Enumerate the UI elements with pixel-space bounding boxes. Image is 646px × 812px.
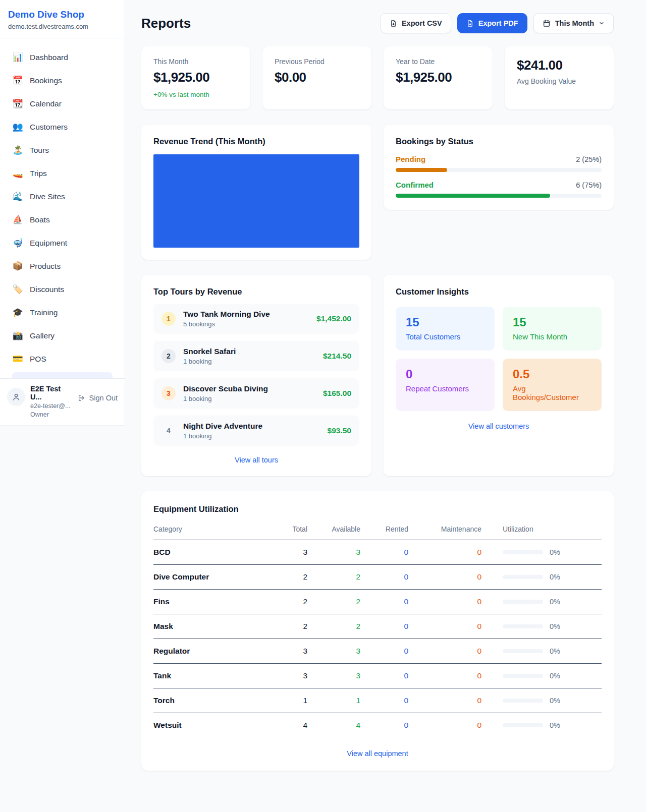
table-row: Regulator33 00 0% (153, 639, 602, 664)
tour-row: 2 Snorkel Safari 1 booking $214.50 (153, 341, 359, 371)
sidebar-item-dive-sites[interactable]: 🌊 Dive Sites (7, 187, 118, 206)
sailboat-icon: ⛵ (12, 214, 23, 225)
sidebar-item-trips[interactable]: 🚤 Trips (7, 163, 118, 183)
view-all-customers-link[interactable]: View all customers (396, 422, 602, 430)
sidebar-item-boats[interactable]: ⛵ Boats (7, 210, 118, 229)
confirmed-label: Confirmed (396, 181, 434, 189)
main-content: Reports Export CSV Export PDF This Month (125, 0, 646, 771)
sidebar-item-pos[interactable]: 💳 POS (7, 349, 118, 369)
rank-badge: 4 (162, 424, 176, 438)
utilization-bar (503, 624, 543, 628)
sidebar-item-dashboard[interactable]: 📊 Dashboard (7, 47, 118, 67)
sidebar-item-reports-active-partial[interactable] (12, 372, 113, 378)
pending-progress-fill (396, 168, 447, 172)
status-row-confirmed: Confirmed 6 (75%) (396, 181, 602, 198)
revenue-trend-chart (153, 154, 359, 248)
period-dropdown[interactable]: This Month (533, 13, 614, 33)
tour-row: 1 Two Tank Morning Dive 5 bookings $1,45… (153, 304, 359, 334)
tag-icon: 🏷️ (12, 284, 23, 295)
credit-card-icon: 💳 (12, 354, 23, 364)
equipment-utilization-title: Equipment Utilization (153, 504, 602, 514)
file-download-icon (466, 20, 474, 27)
export-pdf-button[interactable]: Export PDF (457, 13, 527, 33)
sidebar-item-products[interactable]: 📦 Products (7, 256, 118, 276)
tour-row: 3 Discover Scuba Diving 1 booking $165.0… (153, 378, 359, 409)
calendar-icon (543, 19, 551, 27)
wave-icon: 🌊 (12, 191, 23, 202)
table-row: Wetsuit44 00 0% (153, 713, 602, 738)
new-this-month-tile: 15 New This Month (503, 307, 602, 351)
table-row: Dive Computer22 00 0% (153, 565, 602, 590)
user-role: Owner (30, 411, 73, 418)
sidebar-item-discounts[interactable]: 🏷️ Discounts (7, 279, 118, 299)
tour-row: 4 Night Dive Adventure 1 booking $93.50 (153, 416, 359, 446)
sidebar-item-bookings[interactable]: 📅 Bookings (7, 71, 118, 90)
person-icon (12, 392, 21, 401)
view-all-equipment-link[interactable]: View all equipment (153, 749, 602, 758)
sign-out-button[interactable]: Sign Out (78, 394, 118, 402)
charts-row: Revenue Trend (This Month) Bookings by S… (141, 125, 614, 260)
equipment-table-header: Category Total Available Rented Maintena… (153, 519, 602, 540)
confirmed-progress-fill (396, 194, 550, 198)
bookings-by-status-title: Bookings by Status (396, 137, 602, 146)
pending-progress-track (396, 168, 602, 172)
pending-label: Pending (396, 155, 425, 163)
revenue-trend-card: Revenue Trend (This Month) (141, 125, 371, 260)
table-row: BCD33 00 0% (153, 540, 602, 565)
speedboat-icon: 🚤 (12, 168, 23, 179)
island-icon: 🏝️ (12, 145, 23, 155)
avg-booking-value: $241.00 (517, 57, 602, 73)
utilization-bar (503, 575, 543, 579)
export-csv-button[interactable]: Export CSV (381, 13, 451, 33)
table-row: Fins22 00 0% (153, 590, 602, 614)
shop-name: Demo Dive Shop (8, 9, 117, 20)
diving-mask-icon: 🤿 (12, 238, 23, 248)
utilization-bar (503, 600, 543, 604)
graduation-cap-icon: 🎓 (12, 307, 23, 318)
sidebar-item-gallery[interactable]: 📸 Gallery (7, 326, 118, 345)
sidebar: Demo Dive Shop demo.test.divestreams.com… (0, 0, 125, 426)
calendar-icon: 📆 (12, 98, 23, 109)
repeat-customers-tile: 0 Repeat Customers (396, 359, 495, 411)
stat-card-this-month: This Month $1,925.00 +0% vs last month (141, 46, 250, 109)
vs-last-month-note: +0% vs last month (153, 91, 238, 98)
utilization-bar (503, 723, 543, 727)
logout-icon (78, 394, 86, 402)
sidebar-item-training[interactable]: 🎓 Training (7, 303, 118, 322)
page-header: Reports Export CSV Export PDF This Month (141, 13, 614, 33)
dashboard-icon: 📊 (12, 52, 23, 63)
confirmed-count: 6 (75%) (576, 181, 602, 189)
camera-icon: 📸 (12, 330, 23, 341)
stat-cards-row: This Month $1,925.00 +0% vs last month P… (141, 46, 614, 109)
bookings-calendar-icon: 📅 (12, 75, 23, 86)
sidebar-item-customers[interactable]: 👥 Customers (7, 117, 118, 137)
rank-badge: 2 (162, 349, 176, 363)
view-all-tours-link[interactable]: View all tours (153, 456, 359, 464)
utilization-bar (503, 550, 543, 554)
pending-count: 2 (25%) (576, 155, 602, 163)
user-name: E2E Test U... (30, 385, 73, 401)
rank-badge: 1 (162, 312, 176, 326)
stat-card-year-to-date: Year to Date $1,925.00 (384, 46, 493, 109)
total-customers-tile: 15 Total Customers (396, 307, 495, 351)
table-row: Torch11 00 0% (153, 688, 602, 713)
table-row: Tank33 00 0% (153, 664, 602, 688)
page-title: Reports (141, 16, 191, 31)
year-to-date-value: $1,925.00 (396, 70, 480, 85)
customer-insights-title: Customer Insights (396, 287, 602, 297)
sidebar-item-equipment[interactable]: 🤿 Equipment (7, 233, 118, 253)
utilization-bar (503, 674, 543, 678)
file-download-icon (390, 20, 397, 27)
customer-insights-card: Customer Insights 15 Total Customers 15 … (384, 275, 614, 476)
user-panel: E2E Test U... e2e-tester@... Owner Sign … (0, 378, 125, 425)
sidebar-item-calendar[interactable]: 📆 Calendar (7, 94, 118, 113)
previous-period-value: $0.00 (275, 70, 359, 85)
sidebar-nav: 📊 Dashboard 📅 Bookings 📆 Calendar 👥 Cust… (0, 38, 125, 378)
confirmed-progress-track (396, 194, 602, 198)
sidebar-item-tours[interactable]: 🏝️ Tours (7, 140, 118, 160)
package-icon: 📦 (12, 261, 23, 271)
top-tours-title: Top Tours by Revenue (153, 287, 359, 297)
brand-block: Demo Dive Shop demo.test.divestreams.com (0, 0, 125, 38)
rank-badge: 3 (162, 386, 176, 400)
utilization-bar (503, 699, 543, 703)
